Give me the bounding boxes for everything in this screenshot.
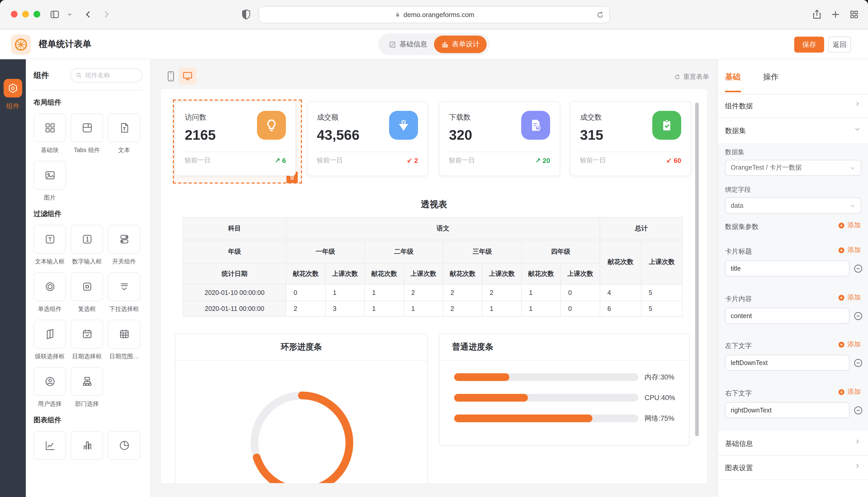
page-title: 橙单统计表单: [39, 38, 91, 50]
department-icon: [81, 375, 93, 388]
pie-chart-icon: [118, 439, 130, 452]
component-search[interactable]: [70, 68, 142, 83]
palette-item-text[interactable]: 文本: [108, 113, 140, 154]
minus-circle-icon[interactable]: [853, 405, 863, 415]
dataset-field-label: 数据集: [725, 148, 744, 157]
date-range-icon: [118, 328, 130, 340]
reload-icon[interactable]: [595, 10, 605, 19]
add-card-title-button[interactable]: 添加: [838, 245, 861, 255]
share-icon[interactable]: [811, 9, 823, 20]
switch-icon: [118, 233, 130, 245]
zoom-window-button[interactable]: [33, 11, 40, 17]
forward-button[interactable]: [101, 9, 112, 20]
progress-bar-network: [454, 414, 638, 422]
back-button[interactable]: [83, 9, 94, 20]
stat-card-deals[interactable]: 成交数 315 较前一日 ↙ 60: [570, 102, 691, 176]
palette-item-tabs[interactable]: Tabs 组件: [71, 113, 103, 154]
progress-bars-card[interactable]: 普通进度条 内存:30% CPU:40% 网络:75%: [439, 333, 689, 445]
tab-actions[interactable]: 操作: [763, 72, 779, 82]
palette-item-text-input[interactable]: 文本输入框: [33, 225, 66, 266]
chevron-right-icon[interactable]: [854, 438, 861, 445]
dataset-section-row[interactable]: 数据集: [725, 126, 746, 136]
stat-card-turnover[interactable]: 成交额 ¥ 43,566 较前一日 ↙ 2: [307, 102, 428, 176]
chevron-right-icon[interactable]: [854, 101, 861, 107]
palette-item-date-picker[interactable]: 日期选择框: [71, 320, 103, 360]
tab-basic-info[interactable]: 基础信息: [389, 33, 427, 55]
palette-item-user-select[interactable]: 用户选择: [33, 367, 66, 408]
chevron-down-icon[interactable]: [66, 11, 73, 18]
tab-overview-icon[interactable]: [849, 9, 860, 20]
palette-item-cascader[interactable]: 级联选择框: [33, 320, 66, 360]
palette-item-bar-chart[interactable]: [71, 431, 103, 464]
reset-form-button[interactable]: 重置表单: [674, 73, 709, 82]
browser-toolbar: demo.orangeforms.com: [0, 0, 868, 29]
new-tab-icon[interactable]: [830, 9, 841, 20]
bar-chart-icon: [441, 41, 449, 48]
close-window-button[interactable]: [11, 11, 17, 17]
divider: [580, 152, 681, 152]
minimize-window-button[interactable]: [22, 11, 29, 17]
ring-progress-chart: 70%: [245, 386, 359, 483]
mobile-preview-icon[interactable]: [166, 70, 176, 83]
palette-item-radio[interactable]: 单选组件: [33, 272, 66, 313]
rail-item-components[interactable]: [4, 79, 22, 97]
tab-form-design[interactable]: 表单设计: [434, 36, 487, 53]
palette-item-number-input[interactable]: 数字输入框: [71, 225, 103, 266]
inspector-panel: 基础 操作 组件数据 数据集 数据集 OrangeTest / 卡片一数据 绑定…: [717, 59, 868, 497]
card-title-input[interactable]: [725, 260, 850, 276]
component-data-row[interactable]: 组件数据: [725, 102, 753, 111]
date-icon: [81, 328, 93, 340]
add-left-down-text-button[interactable]: 添加: [838, 340, 861, 349]
tab-basic[interactable]: 基础: [725, 72, 741, 82]
form-sheet: 访问数 2165 较前一日 ↗ 6 成交额 ¥ 43,566: [161, 89, 707, 483]
sidebar-toggle-icon[interactable]: [49, 9, 60, 20]
url-text: demo.orangeforms.com: [403, 11, 474, 18]
stat-card-downloads[interactable]: 下载数 320 较前一日 ↗ 20: [439, 102, 560, 176]
palette-item-department-select[interactable]: 部门选择: [71, 367, 103, 408]
bind-field-select[interactable]: data: [725, 197, 861, 213]
lock-icon: [394, 11, 401, 18]
chart-settings-row[interactable]: 图表设置: [725, 464, 753, 473]
palette-item-basic-block[interactable]: 基础块: [33, 113, 66, 154]
input-text-icon: [44, 233, 56, 245]
file-upload-icon: [521, 111, 550, 140]
chevron-down-icon[interactable]: [854, 126, 861, 132]
form-mode-switch: 基础信息 表单设计: [378, 33, 490, 55]
minus-circle-icon[interactable]: [853, 264, 863, 274]
left-down-text-input[interactable]: [725, 355, 850, 371]
card-title-label: 卡片标题: [725, 247, 752, 256]
palette-item-checkbox[interactable]: 复选框: [71, 272, 103, 313]
back-button-form[interactable]: 返回: [828, 37, 851, 53]
chevron-right-icon[interactable]: [854, 463, 861, 469]
save-button[interactable]: 保存: [794, 37, 824, 53]
pivot-total: 总计: [600, 217, 683, 240]
address-bar[interactable]: demo.orangeforms.com: [259, 6, 610, 23]
palette-item-date-range[interactable]: 日期范围…: [108, 320, 140, 360]
right-down-text-input[interactable]: [725, 402, 850, 418]
minus-circle-icon[interactable]: [853, 311, 863, 321]
add-card-content-button[interactable]: 添加: [838, 293, 861, 302]
desktop-preview-icon[interactable]: [179, 68, 196, 85]
pivot-subject: 语文: [286, 217, 600, 240]
stat-card-visits[interactable]: 访问数 2165 较前一日 ↗ 6: [175, 102, 296, 176]
minus-circle-icon[interactable]: [853, 358, 863, 368]
palette-item-line-chart[interactable]: [33, 431, 66, 464]
palette-item-select[interactable]: 下拉选择框: [108, 272, 140, 313]
basic-info-row[interactable]: 基础信息: [725, 439, 753, 449]
palette-item-pie-chart[interactable]: [108, 431, 140, 464]
add-right-down-text-button[interactable]: 添加: [838, 387, 861, 396]
palette-item-switch[interactable]: 开关组件: [108, 225, 140, 266]
right-down-text-label: 右下文字: [725, 389, 752, 398]
chevron-down-icon: [850, 202, 856, 209]
ring-progress-card[interactable]: 环形进度条 70%: [175, 333, 428, 483]
card-content-input[interactable]: [725, 308, 850, 324]
add-dataset-param-button[interactable]: 添加: [838, 221, 861, 230]
dataset-select[interactable]: OrangeTest / 卡片一数据: [725, 160, 861, 176]
privacy-shield-icon[interactable]: [240, 8, 252, 20]
app-logo: [11, 34, 31, 55]
search-input[interactable]: [85, 72, 137, 79]
divider: [718, 117, 868, 118]
image-icon: [44, 169, 56, 182]
palette-item-image[interactable]: 图片: [33, 161, 66, 202]
canvas-scrollbar[interactable]: [695, 103, 699, 436]
